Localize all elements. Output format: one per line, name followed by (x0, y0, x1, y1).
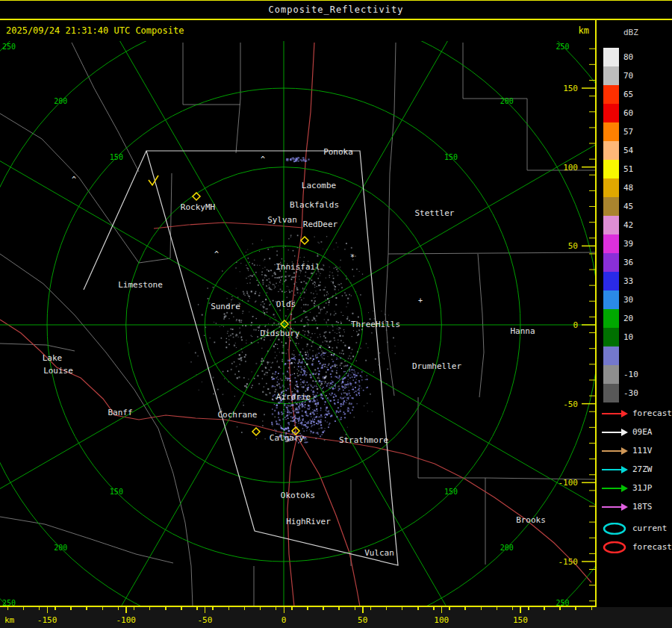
bottom-axis-tick (441, 607, 443, 613)
legend-ellipse-icon (600, 523, 629, 535)
point-marker-icon: ^ (261, 155, 265, 164)
place-label: Okotoks (281, 491, 315, 500)
bottom-axis-minor-tick (118, 607, 119, 610)
timestamp: 2025/09/24 21:31:40 UTC Composite (6, 25, 184, 36)
side-panel: dBZ 80706560575451484542393633302010-10-… (597, 20, 672, 606)
bottom-axis-minor-tick (55, 607, 56, 610)
legend-item-forecast: forecast (600, 407, 672, 420)
legend-item-18TS: 18TS (600, 500, 653, 513)
bottom-axis-minor-tick (23, 607, 25, 610)
bottom-axis-minor-tick (291, 607, 293, 610)
svg-text:250: 250 (556, 43, 569, 51)
svg-text:200: 200 (500, 544, 514, 552)
colorbar-swatch-36 (603, 253, 619, 272)
place-label: RedDeer (303, 220, 338, 229)
bottom-axis-tick-label: -50 (197, 615, 212, 625)
colorbar-value-label: -30 (623, 388, 638, 398)
bottom-axis-minor-tick (39, 607, 40, 610)
bottom-axis-minor-tick (591, 607, 593, 610)
colorbar-value-label: 80 (623, 52, 633, 62)
place-label: Banff (108, 408, 132, 417)
colorbar-value-label: 60 (623, 108, 633, 118)
place-label: Innisfail (276, 262, 320, 272)
colorbar-unit-label: dBZ (623, 28, 638, 37)
bottom-axis-minor-tick (228, 607, 230, 610)
bottom-axis-minor-tick (276, 607, 277, 610)
legend-item-31JP: 31JP (600, 482, 653, 494)
place-label: Drumheller (412, 361, 462, 371)
place-label: Vulcan (364, 548, 394, 558)
svg-text:200: 200 (500, 97, 514, 105)
right-axis-tick-label: -50 (563, 400, 578, 409)
bottom-axis-unit-label: km (4, 615, 14, 625)
point-marker-icon: + (418, 296, 423, 305)
colorbar-swatch-45 (603, 197, 619, 216)
svg-text:150: 150 (444, 153, 458, 161)
place-label: Hanna (510, 326, 535, 336)
legend-arrow-icon (600, 445, 629, 457)
bottom-axis-tick (205, 607, 206, 613)
bottom-axis-minor-tick (165, 607, 167, 610)
colorbar-value-label: 33 (623, 276, 633, 286)
bottom-axis-minor-tick (433, 607, 435, 610)
bottom-axis-minor-tick (497, 607, 498, 610)
legend-item-27ZW: 27ZW (600, 463, 653, 476)
legend-item-label: 27ZW (632, 464, 653, 474)
legend-arrow-icon (600, 464, 629, 476)
bottom-axis-minor-tick (386, 607, 388, 610)
colorbar-swatch-10 (603, 328, 619, 346)
place-label: RockyMH (181, 202, 215, 212)
bottom-axis-minor-tick (196, 607, 198, 610)
place-label: Strathmore (339, 435, 388, 445)
place-labels: PonokaLacombeBlackfaldsSylvanRedDeerRock… (43, 147, 546, 558)
legend-ellipse-icon (600, 541, 629, 553)
radar-site-diamond-icon (252, 428, 260, 435)
bottom-axis-minor-tick (464, 607, 466, 610)
bottom-axis-minor-tick (134, 607, 135, 610)
svg-text:250: 250 (2, 43, 16, 51)
place-label: Cochrane (218, 410, 258, 420)
radar-site-diamond-icon (301, 237, 308, 244)
place-label: Brooks (516, 515, 546, 525)
bottom-axis-minor-tick (575, 607, 576, 610)
colorbar-value-label: 42 (623, 220, 633, 230)
place-label: Olds (276, 299, 296, 309)
svg-text:150: 150 (444, 488, 458, 496)
bottom-axis-minor-tick (528, 607, 529, 610)
colorbar-swatch-80 (603, 48, 619, 66)
right-axis-tick-label: 0 (573, 320, 578, 330)
colorbar: 80706560575451484542393633302010-10-30 (597, 48, 672, 406)
place-label: HighRiver (286, 517, 331, 526)
info-bar: 2025/09/24 21:31:40 UTC Composite km (0, 20, 595, 41)
place-label: Sundre (211, 302, 240, 311)
bottom-axis-minor-tick (244, 607, 246, 610)
place-label: Lake (43, 353, 63, 363)
bottom-axis-tick (125, 607, 127, 613)
place-label: Ponoka (323, 147, 353, 157)
legend-item-09EA: 09EA (600, 426, 653, 438)
legend-item-111V: 111V (600, 444, 653, 457)
legend-item-forecast: forecast (600, 541, 672, 553)
legend-item-label: forecast (632, 408, 672, 418)
legend-item-label: 111V (632, 446, 653, 456)
place-label: Airdrie (276, 392, 311, 402)
bottom-axis: km -150-100-50050100150 (0, 607, 672, 628)
point-marker-icon: ^ (72, 175, 76, 184)
colorbar-value-label: -10 (623, 370, 638, 379)
bottom-axis-minor-tick (181, 607, 182, 610)
colorbar-value-label: 45 (623, 202, 633, 211)
radar-map-viewport[interactable]: 150200250150200250150200250150200250Pono… (0, 41, 596, 606)
bottom-axis-tick (362, 607, 364, 613)
bottom-axis-minor-tick (338, 607, 340, 610)
colorbar-value-label: 57 (623, 127, 633, 137)
colorbar-value-label: 39 (623, 239, 633, 249)
colorbar-swatch-65 (603, 85, 619, 104)
bottom-axis-minor-tick (512, 607, 514, 610)
bottom-axis-tick (284, 607, 285, 613)
window-title: Composite_Reflectivity (269, 4, 404, 15)
svg-text:150: 150 (110, 488, 123, 496)
colorbar-swatch-39 (603, 234, 619, 253)
bottom-axis-tick-label: 100 (434, 615, 449, 625)
point-marker-icon: ^ (214, 250, 219, 258)
right-axis-tick-label: 150 (563, 84, 578, 93)
